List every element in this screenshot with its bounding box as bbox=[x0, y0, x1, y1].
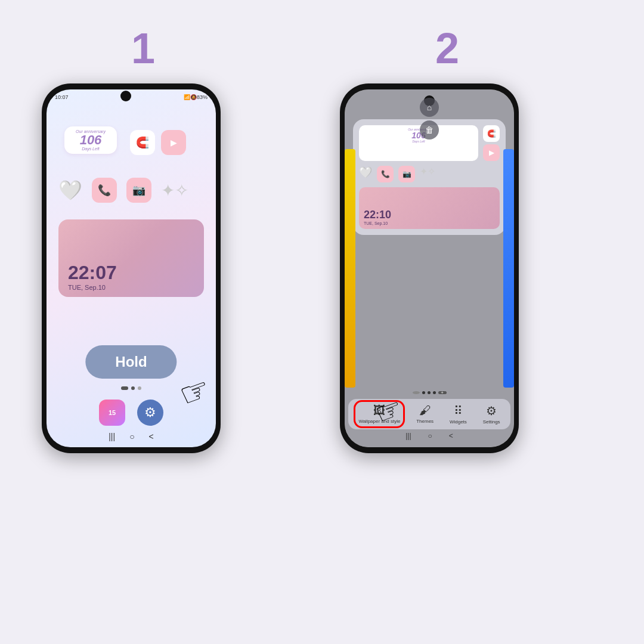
preview-clock-date: TUE, Sep.10 bbox=[364, 221, 495, 225]
status-time: 10:07 bbox=[55, 94, 69, 100]
dot-2 bbox=[131, 386, 135, 390]
status-icons-right: 📶🔕83% bbox=[184, 94, 208, 100]
dot-3 bbox=[138, 386, 141, 390]
nav-bar-2: ||| ○ < bbox=[345, 429, 514, 442]
preview-clock-time: 22:10 bbox=[364, 209, 495, 221]
notch-1 bbox=[120, 91, 131, 101]
step-2-number: 2 bbox=[435, 24, 459, 73]
status-bar-1: 10:07 📶🔕83% bbox=[47, 89, 216, 103]
phone-icon[interactable]: 📞 bbox=[92, 178, 117, 203]
p-ann-days: 106 bbox=[363, 131, 475, 140]
dock-1: 15 ⚙ bbox=[99, 400, 163, 426]
preview-phone: 📞 bbox=[377, 166, 394, 182]
step-1-number: 1 bbox=[131, 24, 155, 73]
stars-icon: ✦✧ bbox=[161, 181, 188, 200]
camera-icon[interactable]: 📷 bbox=[126, 178, 151, 203]
themes-icon: 🖌 bbox=[419, 404, 431, 417]
dot2-1 bbox=[413, 391, 420, 394]
youtube-icon[interactable]: ▶ bbox=[161, 130, 186, 155]
preview-ann-widget: Our anniversary 106 Days Left bbox=[359, 125, 478, 161]
clock-date-1: TUE, Sep.10 bbox=[68, 284, 194, 291]
p-ann-sub: Days Left bbox=[363, 140, 475, 143]
preview-clock: 22:10 TUE, Sep.10 bbox=[359, 187, 500, 229]
settings-icon: ⚙ bbox=[486, 404, 497, 418]
dot2-4 bbox=[433, 391, 436, 394]
widgets-label: Widgets bbox=[450, 419, 467, 425]
preview-heart: 🤍 bbox=[359, 166, 372, 182]
dot2-plus: + bbox=[438, 391, 447, 394]
clock-time-1: 22:07 bbox=[68, 262, 194, 284]
icon-row-1: 🧲 ▶ bbox=[130, 130, 186, 155]
phone1-screen: 10:07 📶🔕83% Our anniversary 106 Days Lef… bbox=[47, 89, 216, 447]
settings-dock-icon[interactable]: ⚙ bbox=[137, 400, 163, 426]
anniversary-widget: Our anniversary 106 Days Left bbox=[64, 126, 117, 154]
preview-youtube: ▶ bbox=[483, 144, 500, 161]
heart-3d-icon: 🤍 bbox=[58, 179, 82, 202]
dot2-3 bbox=[428, 391, 431, 394]
calendar-date: 15 bbox=[109, 409, 116, 416]
hand-cursor-1: ☞ bbox=[174, 369, 215, 415]
action-widgets[interactable]: ⠿ Widgets bbox=[450, 404, 467, 425]
side-panel-right bbox=[503, 149, 514, 388]
preview-row-2: 🤍 📞 📷 ✦✧ bbox=[359, 166, 500, 182]
dot-1 bbox=[121, 386, 128, 390]
hold-button[interactable]: Hold bbox=[85, 345, 177, 379]
nav-recent[interactable]: ||| bbox=[109, 432, 115, 441]
nav2-recent[interactable]: ||| bbox=[405, 432, 411, 440]
preview-stars: ✦✧ bbox=[420, 166, 435, 182]
preview-magnet: 🧲 bbox=[483, 125, 500, 142]
nav2-back[interactable]: < bbox=[449, 432, 453, 440]
dot2-2 bbox=[422, 391, 425, 394]
trash-edit-icon[interactable]: 🗑 bbox=[420, 120, 439, 140]
edit-icons: ⌂ 🗑 bbox=[420, 98, 439, 140]
settings-label: Settings bbox=[483, 419, 500, 425]
home-edit-icon[interactable]: ⌂ bbox=[420, 98, 439, 117]
preview-camera: 📷 bbox=[398, 166, 415, 182]
nav-home[interactable]: ○ bbox=[129, 432, 134, 441]
phone2-screen: ⌂ 🗑 Our anniversary 106 Days Left 🧲 ▶ 🤍 bbox=[345, 89, 514, 447]
side-panel-left bbox=[345, 149, 355, 388]
ann-days: 106 bbox=[70, 134, 111, 147]
phone-2: ⌂ 🗑 Our anniversary 106 Days Left 🧲 ▶ 🤍 bbox=[340, 83, 519, 453]
dots-indicator-1 bbox=[121, 386, 141, 390]
nav-back[interactable]: < bbox=[149, 432, 154, 441]
preview-right-icons: 🧲 ▶ bbox=[483, 125, 500, 161]
themes-label: Themes bbox=[416, 419, 434, 424]
action-themes[interactable]: 🖌 Themes bbox=[416, 404, 434, 425]
action-settings[interactable]: ⚙ Settings bbox=[483, 404, 500, 425]
phone-1: 10:07 📶🔕83% Our anniversary 106 Days Lef… bbox=[42, 83, 221, 453]
ann-sub: Days Left bbox=[70, 147, 111, 151]
nav2-home[interactable]: ○ bbox=[428, 432, 432, 440]
magnet-icon[interactable]: 🧲 bbox=[130, 130, 155, 155]
widgets-icon: ⠿ bbox=[454, 404, 463, 418]
dots-indicator-2: + bbox=[345, 391, 514, 394]
icon-row-2: 🤍 📞 📷 ✦✧ bbox=[58, 178, 188, 203]
nav-bar-1: ||| ○ < bbox=[109, 432, 154, 441]
calendar-dock-icon[interactable]: 15 bbox=[99, 400, 125, 426]
clock-widget-1: 22:07 TUE, Sep.10 bbox=[58, 219, 204, 297]
